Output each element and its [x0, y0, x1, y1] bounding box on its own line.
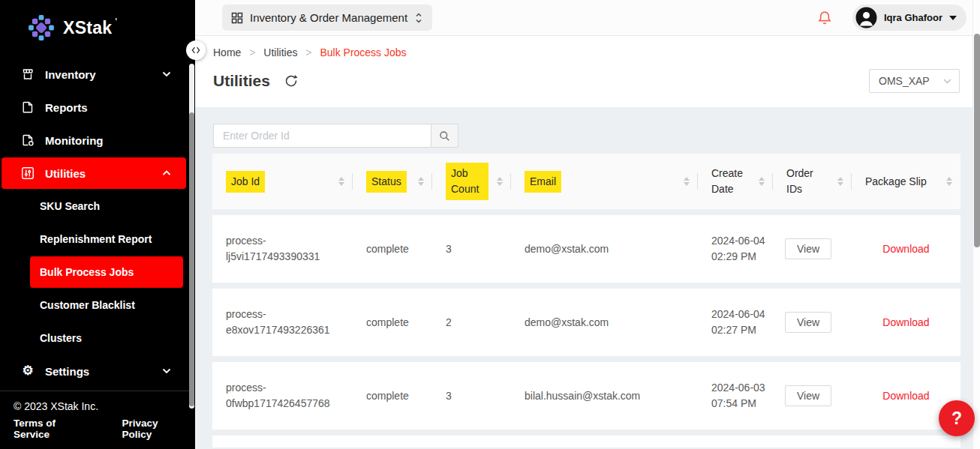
view-order-ids-button[interactable]: View — [785, 312, 831, 333]
table-section: Job Id Status Job Count Email Create Dat… — [195, 107, 972, 449]
store-selector-value: OMS_XAP — [879, 75, 930, 87]
sidebar-item-label: Settings — [45, 365, 89, 378]
privacy-policy-link[interactable]: Privacy Policy — [122, 418, 189, 440]
order-id-search-input[interactable] — [213, 124, 431, 148]
download-package-slip-link[interactable]: Download — [882, 241, 929, 257]
page-scrollbar[interactable] — [972, 0, 980, 449]
page-scrollbar-thumb[interactable] — [974, 34, 980, 247]
search-icon — [438, 130, 451, 142]
sidebar-subitem-bulk-process-jobs[interactable]: Bulk Process Jobs — [30, 256, 183, 288]
sidebar-collapse-button[interactable] — [186, 40, 206, 60]
sidebar-item-label: Inventory — [45, 68, 96, 81]
sidebar-subitem-label: Clusters — [40, 332, 82, 344]
cell-job-count: 2 — [432, 315, 511, 331]
report-file-icon — [21, 100, 35, 114]
sidebar-footer: © 2023 XStak Inc. Terms of Service Priva… — [0, 391, 189, 449]
sidebar-item-settings[interactable]: ⚙ Settings — [2, 355, 186, 387]
sidebar-item-reports[interactable]: Reports — [2, 91, 186, 123]
cell-job-id: process-0fwbp1717426457768 — [212, 380, 353, 412]
column-header-job-id[interactable]: Job Id — [212, 154, 353, 209]
sidebar-subitem-label: Customer Blacklist — [40, 299, 135, 311]
page-title: Utilities — [213, 72, 270, 90]
app-switcher-label: Inventory & Order Management — [250, 11, 407, 24]
breadcrumb-home[interactable]: Home — [213, 46, 241, 58]
avatar — [855, 7, 877, 28]
table-row: process-0fwbp1717426457768 complete 3 bi… — [212, 362, 960, 430]
header-label-highlighted: Job Id — [226, 171, 265, 193]
sidebar-subitem-customer-blacklist[interactable]: Customer Blacklist — [30, 289, 183, 321]
column-header-order-ids[interactable]: Order IDs — [773, 154, 852, 209]
user-name: Iqra Ghafoor — [884, 12, 942, 23]
column-header-create-date[interactable]: Create Date — [698, 154, 773, 209]
cell-job-id: process-lj5vi1717493390331 — [212, 233, 353, 265]
terms-of-service-link[interactable]: Terms of Service — [14, 418, 92, 440]
breadcrumb: Home > Utilities > Bulk Process Jobs — [195, 36, 972, 58]
sidebar-scrollbar[interactable] — [189, 64, 194, 409]
topbar: Inventory & Order Management Iqra Ghafoo… — [195, 0, 972, 36]
search-button[interactable] — [431, 124, 458, 148]
bulk-process-jobs-table: Job Id Status Job Count Email Create Dat… — [212, 154, 960, 448]
table-row-partial — [212, 436, 960, 448]
column-header-package-slip[interactable]: Package Slip — [852, 154, 960, 209]
store-selector-dropdown[interactable]: OMS_XAP — [869, 69, 960, 93]
sorter-icon[interactable] — [684, 177, 690, 186]
breadcrumb-separator: > — [249, 46, 255, 58]
download-package-slip-link[interactable]: Download — [882, 315, 929, 331]
cell-create-date: 2024-06-03 07:54 PM — [698, 380, 773, 412]
header-label-highlighted: Status — [366, 171, 407, 193]
cell-job-count: 3 — [432, 241, 511, 257]
chevron-up-icon — [162, 170, 171, 176]
chevron-down-icon — [943, 79, 951, 84]
help-button[interactable]: ? — [939, 400, 975, 436]
sidebar-scrollbar-thumb[interactable] — [189, 112, 194, 406]
sidebar-menu: Inventory Reports Monito — [0, 58, 195, 387]
header-label: Order IDs — [786, 166, 829, 197]
breadcrumb-utilities[interactable]: Utilities — [263, 46, 297, 58]
sidebar-subitem-label: SKU Search — [40, 200, 100, 212]
header-label: Create Date — [711, 166, 750, 197]
sidebar-item-label: Reports — [45, 101, 88, 114]
sorter-icon[interactable] — [946, 177, 952, 186]
chevron-down-icon — [162, 368, 171, 374]
cell-status: complete — [353, 315, 432, 331]
header-label: Package Slip — [865, 174, 927, 190]
notification-bell-icon[interactable] — [816, 10, 833, 26]
sidebar-subitem-clusters[interactable]: Clusters — [30, 322, 183, 354]
brand-logo: XStak — [0, 0, 195, 48]
column-header-email[interactable]: Email — [511, 154, 698, 209]
sidebar-item-inventory[interactable]: Inventory — [2, 58, 186, 90]
sorter-icon[interactable] — [837, 177, 843, 186]
caret-down-icon — [949, 16, 957, 20]
sidebar-item-utilities[interactable]: Utilities — [2, 157, 186, 189]
grid-icon — [231, 12, 243, 24]
cell-create-date: 2024-06-04 02:29 PM — [698, 233, 773, 265]
column-header-job-count[interactable]: Job Count — [432, 154, 511, 209]
download-package-slip-link[interactable]: Download — [882, 388, 929, 404]
table-row: process-e8xov1717493226361 complete 2 de… — [212, 289, 960, 356]
column-header-status[interactable]: Status — [353, 154, 432, 209]
monitoring-icon — [21, 133, 35, 147]
cell-status: complete — [353, 241, 432, 257]
refresh-icon[interactable] — [284, 73, 299, 88]
sorter-icon[interactable] — [497, 177, 503, 186]
cell-job-id: process-e8xov1717493226361 — [212, 307, 353, 338]
sidebar-subitem-label: Replenishment Report — [40, 233, 152, 245]
app-switcher-button[interactable]: Inventory & Order Management — [222, 4, 432, 31]
swap-vertical-icon — [414, 12, 423, 24]
cell-email: bilal.hussain@xstak.com — [511, 388, 698, 404]
cell-create-date: 2024-06-04 02:27 PM — [698, 307, 773, 338]
sorter-icon[interactable] — [338, 177, 344, 186]
sidebar-item-monitoring[interactable]: Monitoring — [2, 124, 186, 156]
breadcrumb-separator: > — [305, 46, 311, 58]
cell-email: demo@xstak.com — [511, 315, 698, 331]
sorter-icon[interactable] — [418, 177, 424, 186]
view-order-ids-button[interactable]: View — [785, 238, 831, 259]
view-order-ids-button[interactable]: View — [785, 385, 831, 406]
sidebar-subitem-sku-search[interactable]: SKU Search — [30, 190, 183, 222]
sorter-icon[interactable] — [759, 177, 765, 186]
utilities-icon — [21, 166, 35, 180]
header-label-highlighted: Job Count — [446, 163, 488, 200]
user-menu[interactable]: Iqra Ghafoor — [852, 4, 966, 31]
header-label-highlighted: Email — [525, 171, 561, 193]
sidebar-subitem-replenishment-report[interactable]: Replenishment Report — [30, 223, 183, 255]
